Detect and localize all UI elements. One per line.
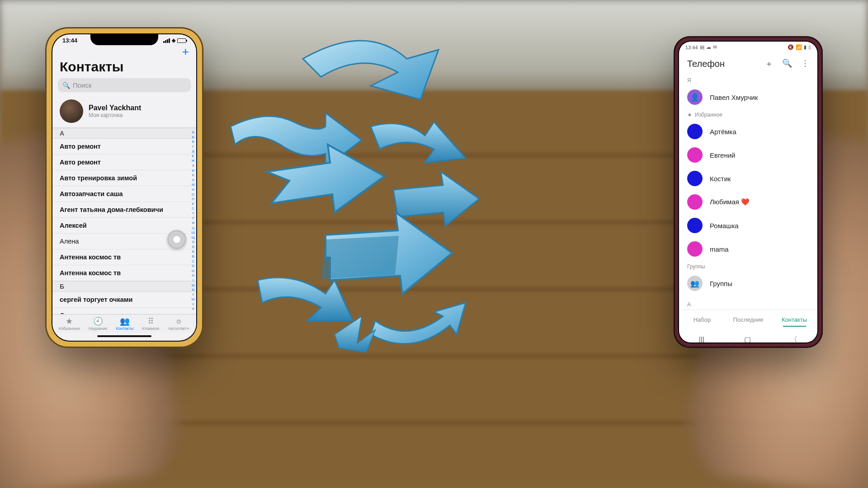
index-letter[interactable]: A — [191, 250, 195, 253]
add-contact-button[interactable]: + — [182, 46, 189, 57]
index-letter[interactable]: Б — [191, 136, 195, 139]
index-letter[interactable]: Щ — [191, 236, 195, 239]
index-letter[interactable]: П — [191, 197, 195, 201]
android-tab-1[interactable]: Последние — [725, 310, 771, 329]
index-letter[interactable]: Ф — [191, 221, 195, 225]
search-icon: 🔍 — [62, 82, 70, 89]
ios-tab-1[interactable]: 🕘Недавние — [89, 317, 107, 331]
index-letter[interactable]: H — [191, 274, 195, 277]
favorite-row[interactable]: Любимая ❤️ — [679, 190, 817, 214]
index-letter[interactable]: Ж — [191, 159, 195, 163]
contact-row[interactable]: Леша — [52, 308, 196, 314]
contact-row[interactable]: Антенна космос тв — [52, 249, 196, 265]
index-letter[interactable]: N — [191, 288, 195, 292]
ios-page-title: Контакты — [52, 57, 196, 78]
groups-row[interactable]: 👥 Группы — [679, 272, 817, 295]
index-letter[interactable]: C — [191, 260, 195, 263]
index-letter[interactable]: D — [191, 264, 195, 268]
iphone-device: 13:44 ◈ + Контакты 🔍 Поиск Pavel Yackhan… — [45, 27, 203, 348]
favorite-row[interactable]: Евгений — [679, 143, 817, 167]
index-letter[interactable]: I — [191, 279, 195, 282]
more-button[interactable]: ⋮ — [801, 58, 809, 69]
search-button[interactable]: 🔍 — [782, 58, 792, 69]
index-letter[interactable]: Л — [191, 178, 195, 182]
index-letter[interactable]: W — [191, 298, 195, 301]
favorite-row[interactable]: mama — [679, 237, 817, 261]
contacts-list[interactable]: АБВГДЕЖЗИКЛМНОПРСТУФЦШЩЭЯABCDGHIMNTWY# А… — [52, 128, 196, 314]
index-letter[interactable]: M — [191, 284, 195, 287]
index-letter[interactable]: Д — [191, 150, 195, 153]
index-letter[interactable]: Ц — [191, 226, 195, 230]
index-letter[interactable]: С — [191, 207, 195, 211]
ios-time: 13:44 — [62, 37, 77, 44]
signal-icon: ▮ — [804, 44, 807, 50]
index-letter[interactable]: Е — [191, 155, 195, 158]
index-letter[interactable]: А — [191, 131, 195, 134]
index-letter[interactable]: В — [191, 140, 195, 144]
index-letter[interactable]: З — [191, 164, 195, 168]
me-row[interactable]: 👤 Павел Хмурчик — [679, 85, 817, 109]
favorite-row[interactable]: Ромашка — [679, 214, 817, 237]
favorite-row[interactable]: Костик — [679, 167, 817, 190]
add-button[interactable]: ＋ — [765, 58, 773, 69]
index-letter[interactable]: Г — [191, 145, 195, 149]
wifi-icon: 📶 — [796, 44, 802, 50]
groups-section-label: Группы — [679, 261, 817, 272]
home-nav-button[interactable]: ▢ — [744, 335, 751, 343]
contact-row[interactable]: Авто ремонт — [52, 139, 196, 155]
index-letter[interactable]: Я — [191, 245, 195, 249]
index-letter[interactable]: М — [191, 183, 195, 187]
index-letter[interactable]: Р — [191, 202, 195, 206]
tab-icon: ★ — [66, 317, 73, 325]
contact-row[interactable]: Автозапчасти саша — [52, 186, 196, 202]
contact-row[interactable]: Авто ремонт — [52, 155, 196, 170]
index-letter[interactable]: О — [191, 193, 195, 197]
contact-avatar — [687, 194, 703, 210]
assistive-touch-button[interactable] — [167, 230, 186, 249]
ios-tab-0[interactable]: ★Избранные — [59, 317, 80, 331]
signal-icon — [163, 38, 170, 43]
index-letter[interactable]: T — [191, 293, 195, 297]
recents-nav-button[interactable]: ||| — [699, 336, 704, 343]
index-strip[interactable]: АБВГДЕЖЗИКЛМНОПРСТУФЦШЩЭЯABCDGHIMNTWY# — [191, 131, 195, 311]
index-letter[interactable]: Т — [191, 212, 195, 216]
ios-tab-3[interactable]: ⠿Клавиши — [142, 317, 159, 331]
ios-tab-2[interactable]: 👥Контакты — [116, 317, 133, 331]
letter-a-label: А — [679, 299, 817, 310]
contact-avatar — [687, 241, 703, 257]
me-section-label: Я — [679, 75, 817, 85]
tab-label: Избранные — [59, 326, 80, 331]
index-letter[interactable]: У — [191, 216, 195, 220]
contact-row[interactable]: Агент татьяна дома-глебковичи — [52, 202, 196, 218]
index-letter[interactable]: Ш — [191, 231, 195, 235]
search-input[interactable]: 🔍 Поиск — [58, 78, 191, 92]
android-tab-0[interactable]: Набор — [679, 310, 725, 329]
ios-tab-bar: ★Избранные🕘Недавние👥Контакты⠿Клавиши⌾Авт… — [52, 314, 196, 333]
battery-icon: ▯ — [808, 44, 811, 50]
me-card[interactable]: Pavel Yackhant Моя карточка — [52, 96, 196, 128]
star-icon: ★ — [687, 112, 692, 118]
favorite-row[interactable]: Артёмка — [679, 120, 817, 143]
contact-avatar — [687, 124, 703, 139]
ios-tab-4[interactable]: ⌾Автоответч. — [168, 317, 190, 331]
home-indicator[interactable] — [97, 335, 151, 337]
wifi-icon: ◈ — [172, 38, 175, 43]
android-device: 13:44 ▤ ☁ ✉ 🔇 📶 ▮ ▯ Телефон ＋ 🔍 ⋮ — [674, 36, 823, 348]
contact-row[interactable]: Антенна космос тв — [52, 265, 196, 281]
index-letter[interactable]: Э — [191, 240, 195, 244]
index-letter[interactable]: Y — [191, 303, 195, 306]
index-letter[interactable]: И — [191, 169, 195, 173]
group-icon: 👥 — [687, 276, 703, 291]
contact-name: Артёмка — [710, 128, 736, 136]
index-letter[interactable]: # — [191, 307, 195, 311]
contact-row[interactable]: Авто тренировка зимой — [52, 170, 196, 186]
back-nav-button[interactable]: 〈 — [790, 335, 797, 343]
android-tab-2[interactable]: Контакты — [771, 310, 817, 329]
contact-row[interactable]: сергей торгует очками — [52, 292, 196, 308]
tab-label: Недавние — [89, 326, 107, 331]
index-letter[interactable]: B — [191, 255, 195, 258]
contact-name: Ромашка — [710, 222, 739, 230]
index-letter[interactable]: G — [191, 269, 195, 273]
index-letter[interactable]: К — [191, 174, 195, 177]
index-letter[interactable]: Н — [191, 188, 195, 192]
